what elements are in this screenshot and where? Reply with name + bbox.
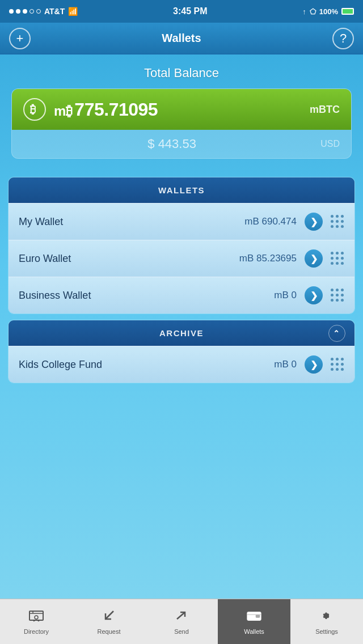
dot4 — [29, 9, 34, 14]
wallet-item-euro-wallet[interactable]: Euro Wallet mB 85.23695 ❯ — [9, 240, 354, 277]
svg-line-6 — [177, 612, 185, 619]
add-button[interactable]: + — [9, 28, 31, 49]
wallet-arrow-archive-0[interactable]: ❯ — [305, 355, 323, 374]
btc-row[interactable]: ₿ m₿775.71095 mBTC — [12, 89, 351, 130]
tab-wallets[interactable]: Wallets — [218, 599, 290, 644]
main-content: Total Balance ₿ m₿775.71095 mBTC $ 443.5… — [0, 54, 363, 599]
nav-bar: + Wallets ? — [0, 23, 363, 54]
wallet-balance-2: mB 0 — [274, 290, 297, 301]
wallet-drag-archive-0 — [331, 358, 344, 371]
tab-directory[interactable]: Directory — [0, 599, 73, 644]
svg-text:₿: ₿ — [30, 103, 36, 116]
wallet-balance-0: mB 690.474 — [244, 216, 297, 227]
wallet-item-my-wallet[interactable]: My Wallet mB 690.474 ❯ — [9, 203, 354, 240]
wallet-name-0: My Wallet — [19, 216, 244, 228]
archive-section: ARCHIVE ⌃ Kids College Fund mB 0 ❯ — [8, 320, 355, 383]
btc-unit: mBTC — [310, 104, 340, 116]
wallet-balance-1: mB 85.23695 — [239, 253, 297, 264]
archive-label: ARCHIVE — [159, 328, 204, 338]
dot3 — [23, 9, 27, 14]
location-icon: ↑ — [302, 7, 306, 16]
wallet-item-kids-college[interactable]: Kids College Fund mB 0 ❯ — [9, 346, 354, 383]
tab-send[interactable]: Send — [145, 599, 218, 644]
dot1 — [9, 9, 14, 14]
dot2 — [16, 9, 20, 14]
request-icon — [101, 609, 117, 626]
tab-request[interactable]: Request — [73, 599, 145, 644]
wallet-balance-archive-0: mB 0 — [274, 359, 297, 370]
archive-chevron-icon: ⌃ — [328, 325, 345, 342]
send-icon — [174, 609, 189, 626]
tab-request-label: Request — [98, 628, 121, 635]
archive-header[interactable]: ARCHIVE ⌃ — [9, 320, 354, 346]
carrier-label: AT&T — [44, 7, 65, 16]
usd-amount: $ 443.53 — [23, 137, 320, 151]
signal-dots — [9, 9, 41, 14]
balance-card: ₿ m₿775.71095 mBTC $ 443.53 USD — [11, 88, 352, 159]
tab-settings-label: Settings — [315, 628, 338, 635]
wallets-section: WALLETS My Wallet mB 690.474 ❯ Euro Wall… — [8, 177, 355, 314]
bitcoin-icon: ₿ — [23, 98, 46, 121]
status-left: AT&T 📶 — [9, 7, 78, 16]
wallet-name-1: Euro Wallet — [19, 253, 239, 265]
bluetooth-icon: ⬠ — [310, 7, 316, 16]
wallet-name-2: Business Wallet — [19, 290, 274, 302]
status-right: ↑ ⬠ 100% — [302, 7, 354, 16]
help-button[interactable]: ? — [332, 28, 354, 49]
wallets-section-header: WALLETS — [9, 177, 354, 203]
battery-icon — [341, 8, 354, 15]
usd-row: $ 443.53 USD — [12, 130, 351, 158]
wallet-drag-2 — [331, 289, 344, 302]
wallet-drag-0 — [331, 215, 344, 228]
tab-directory-label: Directory — [24, 628, 49, 635]
battery-label: 100% — [319, 7, 338, 16]
usd-unit: USD — [320, 139, 340, 149]
status-time: 3:45 PM — [173, 6, 207, 16]
dot5 — [36, 9, 41, 14]
wallet-arrow-0[interactable]: ❯ — [305, 213, 323, 231]
status-bar: AT&T 📶 3:45 PM ↑ ⬠ 100% — [0, 0, 363, 23]
settings-icon — [319, 609, 334, 626]
wallet-name-archive-0: Kids College Fund — [19, 359, 274, 371]
directory-icon — [28, 609, 44, 626]
wallet-drag-1 — [331, 252, 344, 265]
svg-rect-8 — [256, 615, 260, 618]
svg-point-4 — [35, 616, 38, 619]
wallets-icon — [246, 609, 262, 626]
balance-section: Total Balance ₿ m₿775.71095 mBTC $ 443.5… — [0, 54, 363, 168]
wifi-icon: 📶 — [68, 7, 78, 16]
tab-send-label: Send — [174, 628, 189, 635]
tab-wallets-label: Wallets — [244, 628, 264, 635]
nav-title: Wallets — [162, 32, 201, 45]
wallet-item-business-wallet[interactable]: Business Wallet mB 0 ❯ — [9, 277, 354, 313]
tab-bar: Directory Request Send Wallets — [0, 599, 363, 644]
balance-title: Total Balance — [11, 66, 352, 80]
wallet-arrow-2[interactable]: ❯ — [305, 286, 323, 304]
wallet-arrow-1[interactable]: ❯ — [305, 249, 323, 268]
svg-line-5 — [105, 611, 113, 619]
tab-settings[interactable]: Settings — [290, 599, 363, 644]
btc-amount: m₿775.71095 — [54, 99, 302, 120]
